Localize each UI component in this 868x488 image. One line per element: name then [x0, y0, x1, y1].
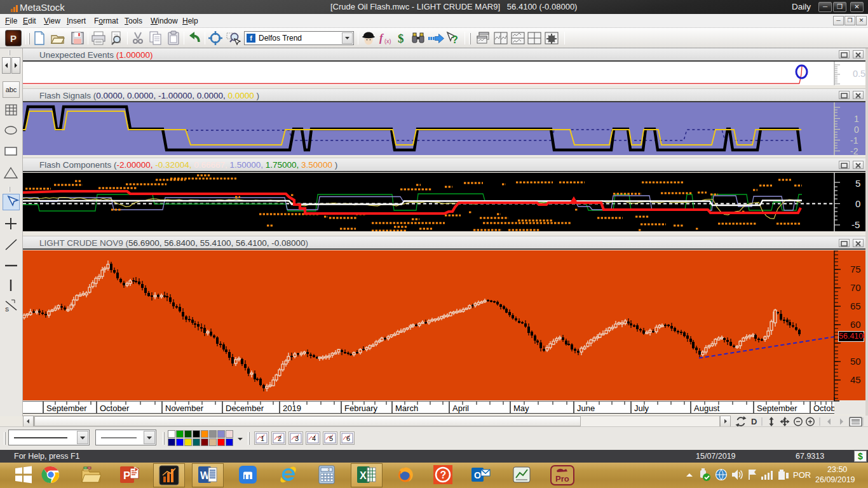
svg-text:75: 75	[850, 264, 861, 274]
svg-text:60: 60	[850, 319, 861, 330]
svg-text:3: 3	[295, 435, 299, 442]
svg-text:0: 0	[328, 468, 330, 471]
svg-text:f: f	[379, 32, 384, 44]
svg-text:O: O	[474, 470, 481, 480]
svg-text:50: 50	[850, 356, 861, 367]
svg-text:?: ?	[440, 470, 447, 480]
svg-text:(x): (x)	[384, 38, 391, 44]
svg-text:65: 65	[850, 301, 861, 311]
svg-text:1: 1	[854, 114, 859, 124]
svg-text:-1: -1	[850, 135, 858, 146]
svg-text:70: 70	[850, 282, 861, 293]
svg-text:5: 5	[329, 435, 333, 442]
svg-text:?: ?	[452, 34, 458, 45]
svg-text:Pro: Pro	[555, 474, 569, 484]
svg-text:6: 6	[346, 435, 350, 442]
svg-text:45: 45	[850, 374, 861, 385]
svg-text:S: S	[5, 306, 9, 313]
svg-text:4: 4	[312, 435, 316, 442]
svg-text:2: 2	[278, 435, 281, 442]
svg-text:D: D	[751, 417, 757, 426]
svg-text:0.5: 0.5	[853, 69, 865, 79]
svg-text:5: 5	[855, 178, 860, 189]
svg-text:X: X	[360, 470, 367, 481]
svg-text:0: 0	[855, 198, 860, 209]
svg-text:0: 0	[854, 125, 859, 135]
svg-text:$: $	[398, 32, 404, 45]
svg-text:-2: -2	[850, 146, 858, 155]
svg-text:P: P	[123, 470, 130, 482]
svg-text:-5: -5	[851, 219, 860, 230]
svg-text:1: 1	[261, 435, 264, 442]
